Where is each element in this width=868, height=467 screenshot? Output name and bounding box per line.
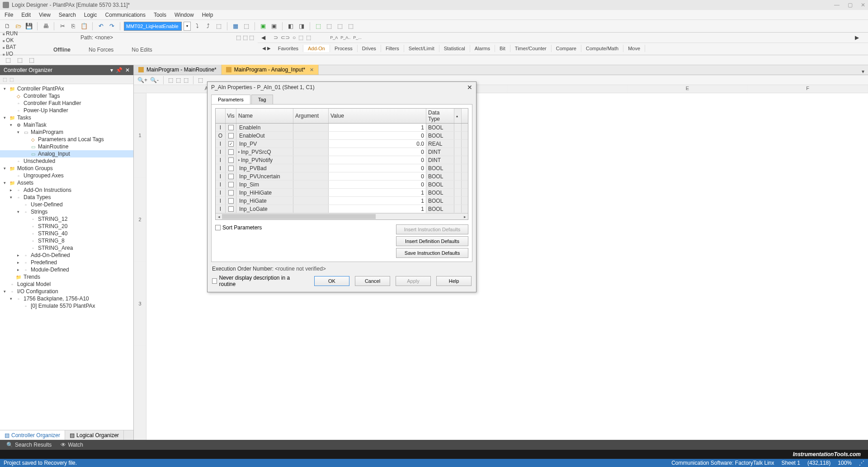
- menu-communications[interactable]: Communications: [105, 12, 146, 18]
- save-instruction-defaults-button[interactable]: Save Instruction Defaults: [396, 248, 468, 258]
- tree-item[interactable]: ▸▫Add-On Instructions: [0, 186, 133, 194]
- cat-addon[interactable]: Add-On: [303, 45, 330, 52]
- tab-logical-organizer[interactable]: ▤ Logical Organizer: [65, 430, 124, 440]
- menu-edit[interactable]: Edit: [21, 12, 31, 18]
- tree-item[interactable]: ▫Ungrouped Axes: [0, 172, 133, 179]
- menu-view[interactable]: View: [39, 12, 51, 18]
- cat-filters[interactable]: Filters: [381, 45, 404, 52]
- ladder-el-6[interactable]: P_A: [330, 35, 338, 40]
- doc-tab-mainroutine[interactable]: MainProgram - MainRoutine*: [134, 65, 222, 75]
- header-argument[interactable]: Argument: [293, 109, 329, 123]
- tree-item[interactable]: ▾▫Data Types: [0, 194, 133, 201]
- tag-search-dropdown[interactable]: ▾: [184, 22, 191, 31]
- tree-item[interactable]: ▾📁Motion Groups: [0, 165, 133, 172]
- tag-search-input[interactable]: [124, 22, 182, 31]
- cat-stat[interactable]: Statistical: [439, 45, 470, 52]
- tool-btn-4[interactable]: ▦: [231, 22, 240, 31]
- org-tool-2[interactable]: ⬚: [9, 77, 14, 82]
- cat-compare[interactable]: Compare: [552, 45, 581, 52]
- tree-item[interactable]: ▾▭MainProgram: [0, 129, 133, 136]
- offline-label[interactable]: Offline: [53, 47, 71, 53]
- organizer-dropdown-icon[interactable]: ▾: [110, 67, 113, 73]
- tab-search-results[interactable]: 🔍 Search Results: [3, 441, 55, 449]
- minimize-button[interactable]: —: [834, 2, 840, 8]
- tree-item[interactable]: ▫STRING_8: [0, 237, 133, 244]
- tree-item[interactable]: ▫STRING_20: [0, 223, 133, 230]
- tree-item[interactable]: ▫STRING_40: [0, 230, 133, 237]
- dialog-tab-parameters[interactable]: Parameters: [211, 95, 250, 104]
- cat-process[interactable]: Process: [330, 45, 358, 52]
- organizer-tree[interactable]: ▾📁Controller PlantPAx◇Controller Tags▫Co…: [0, 84, 133, 430]
- param-row[interactable]: O EnableOut 0 BOOL: [216, 132, 468, 140]
- param-row[interactable]: I Inp_PVBad 0 BOOL: [216, 164, 468, 172]
- status-resize-grip[interactable]: ⋰: [859, 460, 864, 466]
- param-row[interactable]: I ▸Inp_PVNotify 0 DINT: [216, 156, 468, 164]
- header-name[interactable]: Name: [236, 109, 293, 123]
- cancel-button[interactable]: Cancel: [355, 276, 390, 286]
- tree-item[interactable]: ▾▫1756 Backplane, 1756-A10: [0, 295, 133, 302]
- param-row[interactable]: I Inp_HiGate 1 BOOL: [216, 197, 468, 205]
- cat-favorites[interactable]: Favorites: [274, 45, 303, 52]
- apply-button[interactable]: Apply: [396, 276, 431, 286]
- param-row[interactable]: I Inp_Sim 0 BOOL: [216, 181, 468, 189]
- tree-item[interactable]: ▾▫Strings: [0, 208, 133, 215]
- ed-btn-1[interactable]: ⬚: [168, 77, 173, 83]
- tree-item[interactable]: ▾📁Controller PlantPAx: [0, 85, 133, 92]
- cat-select[interactable]: Select/Limit: [404, 45, 439, 52]
- tree-item[interactable]: ▫Controller Fault Handler: [0, 100, 133, 107]
- tool-btn-10[interactable]: ⬚: [314, 22, 323, 31]
- net-icons[interactable]: ⬚ ⬚ ⬚: [236, 34, 254, 41]
- header-value[interactable]: Value: [329, 109, 426, 123]
- new-button[interactable]: 🗋: [3, 22, 12, 31]
- doc-tabs-menu[interactable]: ▾: [858, 68, 868, 75]
- dialog-tab-tag[interactable]: Tag: [251, 95, 273, 104]
- help-button[interactable]: Help: [436, 276, 472, 286]
- cat-alarms[interactable]: Alarms: [470, 45, 495, 52]
- cut-button[interactable]: ✂: [58, 22, 67, 31]
- tree-item[interactable]: ▫Logical Model: [0, 281, 133, 288]
- tree-item[interactable]: ▸▫Module-Defined: [0, 266, 133, 273]
- tree-item[interactable]: ▫Power-Up Handler: [0, 107, 133, 114]
- tool-btn-2[interactable]: ⤴: [203, 22, 212, 31]
- param-row[interactable]: I ✓ Inp_PV 0.0 REAL: [216, 140, 468, 148]
- tool-btn-11[interactable]: ⬚: [325, 22, 334, 31]
- tree-item[interactable]: ▾📁Assets: [0, 179, 133, 186]
- ladder-el-1[interactable]: ⊃: [274, 34, 278, 41]
- forces-label[interactable]: No Forces: [89, 47, 113, 53]
- ladder-el-8[interactable]: P_...: [353, 35, 362, 40]
- tool-btn-9[interactable]: ◨: [297, 22, 306, 31]
- tree-item[interactable]: ▫[0] Emulate 5570 PlantPAx: [0, 302, 133, 310]
- tool-btn-3[interactable]: ⬚: [214, 22, 223, 31]
- menu-search[interactable]: Search: [59, 12, 76, 18]
- mini-btn-3[interactable]: ⬚: [27, 56, 36, 65]
- close-tab-icon[interactable]: ✕: [310, 67, 314, 73]
- ladder-el-7[interactable]: P_A..: [340, 35, 350, 40]
- menu-window[interactable]: Window: [175, 12, 194, 18]
- tree-item[interactable]: ▫Unscheduled: [0, 157, 133, 165]
- table-h-scrollbar[interactable]: ◂▸: [216, 213, 468, 219]
- tool-btn-6[interactable]: ▣: [259, 22, 268, 31]
- close-window-button[interactable]: ✕: [861, 2, 865, 8]
- paste-button[interactable]: 📋: [80, 22, 89, 31]
- tree-item[interactable]: ▫User-Defined: [0, 201, 133, 208]
- tree-item[interactable]: ▫STRING_Area: [0, 244, 133, 252]
- cat-bit[interactable]: Bit: [495, 45, 510, 52]
- save-button[interactable]: 💾: [24, 22, 33, 31]
- ladder-el-3[interactable]: ○: [292, 34, 296, 41]
- menu-file[interactable]: File: [5, 12, 13, 18]
- ed-btn-4[interactable]: ⬚: [198, 77, 203, 83]
- tree-item[interactable]: ▭MainRoutine: [0, 143, 133, 150]
- print-button[interactable]: 🖶: [41, 22, 50, 31]
- header-vis[interactable]: Vis: [226, 109, 236, 123]
- cat-move[interactable]: Move: [623, 45, 645, 52]
- param-row[interactable]: I Inp_HiHiGate 1 BOOL: [216, 189, 468, 197]
- ed-btn-2[interactable]: ⬚: [176, 77, 181, 83]
- undo-button[interactable]: ↶: [96, 22, 105, 31]
- tool-btn-5[interactable]: ⬚: [242, 22, 251, 31]
- ladder-el-4[interactable]: ⬚: [298, 34, 303, 41]
- zoom-in-icon[interactable]: 🔍+: [137, 77, 147, 83]
- table-scroll-up[interactable]: ▴: [454, 109, 462, 123]
- organizer-pin-icon[interactable]: 📌: [116, 67, 123, 73]
- ok-button[interactable]: OK: [314, 276, 349, 286]
- org-tool-1[interactable]: ⬚: [3, 77, 7, 82]
